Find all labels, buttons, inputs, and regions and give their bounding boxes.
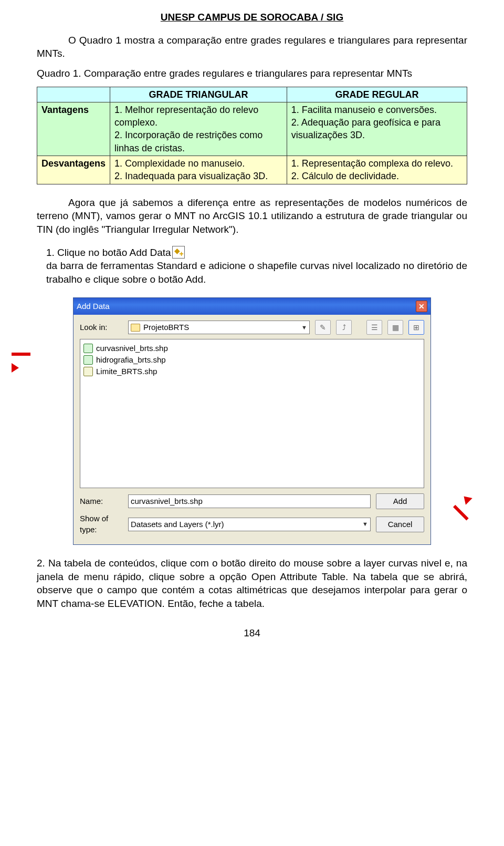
cell-desv-tri: 1. Complexidade no manuseio. 2. Inadequa…	[110, 156, 287, 184]
table-header-regular: GRADE REGULAR	[287, 87, 467, 102]
dialog-title: Add Data	[77, 301, 110, 312]
lookin-combo[interactable]: ProjetoBRTS ▼	[128, 321, 310, 334]
lookin-label: Look in:	[80, 322, 123, 333]
file-list[interactable]: curvasnivel_brts.shp hidrografia_brts.sh…	[80, 339, 424, 488]
file-name: Limite_BRTS.shp	[96, 366, 157, 377]
annotation-arrow-right	[463, 491, 487, 516]
dialog-titlebar: Add Data ✕	[74, 298, 430, 315]
annotation-arrow-left	[12, 347, 37, 356]
file-name: hidrografia_brts.shp	[96, 355, 166, 365]
row-label-desvantagens: Desvantagens	[37, 156, 110, 184]
name-label: Name:	[80, 496, 123, 507]
cell-desv-reg: 1. Representação complexa do relevo. 2. …	[287, 156, 467, 184]
intro-paragraph: O Quadro 1 mostra a comparação entre gra…	[37, 34, 467, 60]
chevron-down-icon: ▼	[301, 324, 307, 332]
step-2: 2. Na tabela de conteúdos, clique com o …	[37, 556, 467, 611]
list-item[interactable]: curvasnivel_brts.shp	[83, 343, 421, 354]
view-details-icon[interactable]: ▦	[387, 320, 403, 335]
lookin-value: ProjetoBRTS	[143, 322, 189, 333]
shapefile-icon	[83, 355, 93, 365]
file-name: curvasnivel_brts.shp	[96, 343, 168, 354]
cell-text: 2. Adequação para geofísica e para visua…	[291, 116, 463, 142]
cell-vant-tri: 1. Melhor representação do relevo comple…	[110, 102, 287, 156]
add-data-dialog: Add Data ✕ Look in: ProjetoBRTS ▼ ✎ ⤴ ☰ …	[73, 297, 431, 545]
table-caption: Quadro 1. Comparação entre grades regula…	[37, 67, 467, 80]
cell-text: 1. Complexidade no manuseio.	[114, 157, 282, 170]
folder-connect-icon[interactable]: ⤴	[336, 320, 352, 335]
folder-up-icon[interactable]: ✎	[315, 320, 331, 335]
step1-text-a: 1. Clique no botão Add Data	[46, 246, 171, 260]
comparison-table: GRADE TRIANGULAR GRADE REGULAR Vantagens…	[37, 87, 467, 184]
folder-icon	[131, 324, 140, 332]
step1-text-b: da barra de ferramentas Standard e adici…	[46, 259, 467, 286]
cell-text: 2. Incorporação de restrições como linha…	[114, 129, 282, 154]
chevron-down-icon: ▼	[362, 520, 368, 528]
cancel-button[interactable]: Cancel	[376, 517, 424, 532]
shapefile-icon	[83, 367, 93, 376]
view-thumbnail-icon[interactable]: ⊞	[408, 320, 424, 335]
list-item[interactable]: Limite_BRTS.shp	[83, 366, 421, 377]
page-header: UNESP CAMPUS DE SOROCABA / SIG	[37, 11, 467, 24]
caption-text: Comparação entre grades regulares e tria…	[84, 68, 412, 79]
table-header-empty	[37, 87, 110, 102]
caption-number: Quadro 1.	[37, 68, 84, 79]
add-data-icon	[172, 246, 185, 259]
shapefile-icon	[83, 344, 93, 353]
cell-text: 2. Inadequada para visualização 3D.	[114, 170, 282, 182]
type-combo[interactable]: Datasets and Layers (*.lyr) ▼	[128, 518, 371, 531]
view-list-icon[interactable]: ☰	[366, 320, 382, 335]
add-button[interactable]: Add	[376, 493, 424, 509]
cell-text: 2. Cálculo de declividade.	[291, 170, 463, 182]
cell-text: 1. Facilita manuseio e conversões.	[291, 104, 463, 116]
cell-text: 1. Melhor representação do relevo comple…	[114, 104, 282, 129]
type-label: Show of type:	[80, 513, 123, 535]
table-header-triangular: GRADE TRIANGULAR	[110, 87, 287, 102]
paragraph-agora: Agora que já sabemos a diferença entre a…	[37, 196, 467, 236]
close-icon[interactable]: ✕	[416, 301, 427, 312]
type-value: Datasets and Layers (*.lyr)	[131, 519, 224, 530]
name-value: curvasnivel_brts.shp	[131, 496, 203, 507]
page-number: 184	[37, 626, 467, 640]
row-label-vantagens: Vantagens	[37, 102, 110, 156]
cell-vant-reg: 1. Facilita manuseio e conversões. 2. Ad…	[287, 102, 467, 156]
cell-text: 1. Representação complexa do relevo.	[291, 157, 463, 170]
list-item[interactable]: hidrografia_brts.shp	[83, 354, 421, 366]
step-1: 1. Clique no botão Add Data da barra de …	[37, 246, 467, 286]
add-data-dialog-figure: Add Data ✕ Look in: ProjetoBRTS ▼ ✎ ⤴ ☰ …	[37, 297, 467, 545]
name-field[interactable]: curvasnivel_brts.shp	[128, 494, 371, 508]
